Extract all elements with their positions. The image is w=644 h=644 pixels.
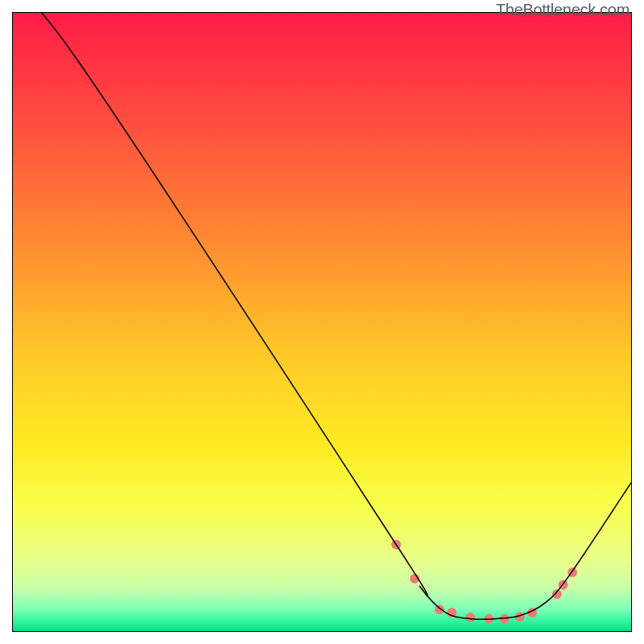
- marker-dot: [552, 589, 562, 599]
- marker-dot: [435, 605, 444, 614]
- watermark-text: TheBottleneck.com: [496, 1, 630, 19]
- background-gradient-rect: [13, 13, 631, 631]
- marker-dot: [465, 613, 475, 622]
- chart-svg: [13, 13, 631, 631]
- plot-frame: [12, 12, 632, 632]
